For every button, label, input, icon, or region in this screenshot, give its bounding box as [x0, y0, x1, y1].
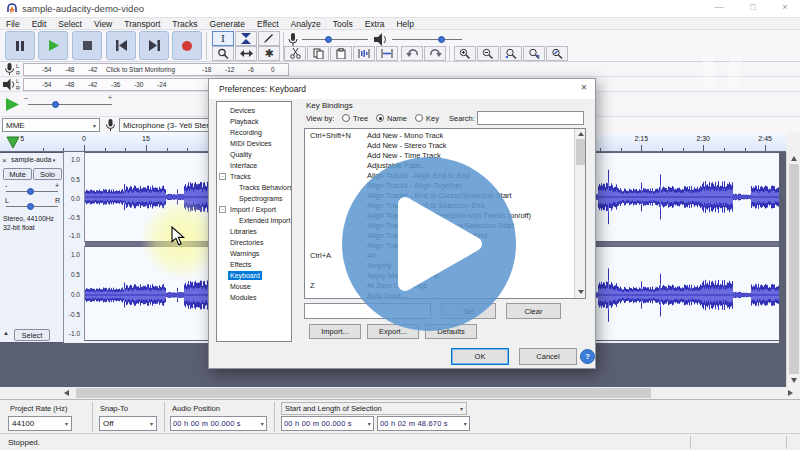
menu-tools[interactable]: Tools: [327, 19, 359, 29]
monitor-hint[interactable]: Click to Start Monitoring: [106, 66, 175, 73]
dialog-close-button[interactable]: ×: [581, 82, 587, 93]
list-scroll-thumb[interactable]: [576, 139, 585, 165]
fit-selection-button[interactable]: [500, 46, 522, 61]
record-button[interactable]: [172, 31, 202, 60]
pref-tree-item-midi-devices[interactable]: MIDI Devices: [228, 139, 274, 148]
track-close-button[interactable]: ×: [2, 156, 7, 165]
pref-tree-item-tracks[interactable]: Tracks: [228, 172, 253, 181]
play-speed-thumb[interactable]: [52, 101, 59, 108]
pause-button[interactable]: [5, 31, 35, 60]
play-at-speed-icon[interactable]: [5, 97, 20, 112]
pref-tree-item-quality[interactable]: Quality: [228, 150, 254, 159]
menu-tracks[interactable]: Tracks: [166, 19, 203, 29]
record-level-thumb[interactable]: [325, 36, 332, 43]
zoom-toggle-button[interactable]: [546, 46, 568, 61]
record-level-slider[interactable]: [302, 39, 368, 40]
pref-tree-item-extended-import[interactable]: Extended Import: [237, 216, 292, 225]
window-maximize-button[interactable]: □: [740, 2, 766, 12]
pref-tree-item-recording[interactable]: Recording: [228, 128, 264, 137]
gain-thumb[interactable]: [27, 188, 34, 195]
zoom-in-button[interactable]: [454, 46, 476, 61]
play-speed-slider[interactable]: [28, 104, 112, 105]
pref-tree-item-libraries[interactable]: Libraries: [228, 227, 259, 236]
playback-level-thumb[interactable]: [438, 36, 445, 43]
trim-audio-button[interactable]: [353, 46, 375, 61]
audio-host-dropdown[interactable]: MME▾: [2, 118, 100, 132]
multi-tool-button[interactable]: ✱: [258, 46, 280, 61]
video-play-overlay[interactable]: [341, 156, 517, 332]
menu-view[interactable]: View: [88, 19, 118, 29]
track-name-menu[interactable]: sample-auda ▾: [11, 156, 61, 163]
undo-button[interactable]: [401, 46, 423, 61]
list-scroll-up-icon[interactable]: [578, 132, 584, 136]
search-input[interactable]: [477, 111, 584, 125]
horizontal-scrollbar[interactable]: [0, 387, 800, 399]
selection-start-field[interactable]: 00 h 00 m 00.000 s▾: [281, 416, 374, 431]
window-close-button[interactable]: ×: [772, 2, 798, 12]
view-by-key-radio[interactable]: [415, 114, 423, 122]
scroll-left-icon[interactable]: [64, 390, 69, 396]
pref-tree-item-warnings[interactable]: Warnings: [228, 249, 261, 258]
pref-tree-item-import-export[interactable]: Import / Export: [228, 205, 278, 214]
view-by-key-label[interactable]: Key: [426, 114, 439, 123]
menu-file[interactable]: File: [0, 19, 26, 29]
horizontal-scroll-thumb[interactable]: [76, 388, 651, 398]
view-by-tree-radio[interactable]: [342, 114, 350, 122]
menu-help[interactable]: Help: [390, 19, 419, 29]
view-by-tree-label[interactable]: Tree: [353, 114, 368, 123]
paste-button[interactable]: [330, 46, 352, 61]
playback-level-slider[interactable]: [392, 39, 462, 40]
track-select-button[interactable]: Select: [14, 329, 50, 341]
cut-button[interactable]: [284, 46, 306, 61]
scroll-up-icon[interactable]: [791, 156, 797, 161]
project-rate-dropdown[interactable]: 44100▾: [8, 416, 72, 431]
view-by-name-label[interactable]: Name: [387, 114, 407, 123]
pref-tree-item-mouse[interactable]: Mouse: [228, 282, 253, 291]
menu-edit[interactable]: Edit: [26, 19, 53, 29]
solo-button[interactable]: Solo: [33, 168, 62, 180]
timeshift-tool-button[interactable]: [235, 46, 257, 61]
dialog-title-bar[interactable]: Preferences: Keyboard ×: [209, 79, 595, 99]
list-scroll-down-icon[interactable]: [578, 290, 584, 294]
vertical-scrollbar[interactable]: [786, 152, 800, 387]
list-scrollbar[interactable]: [574, 129, 585, 298]
copy-button[interactable]: [307, 46, 329, 61]
menu-generate[interactable]: Generate: [204, 19, 251, 29]
draw-tool-button[interactable]: [258, 31, 280, 46]
tree-expander-icon[interactable]: -: [219, 206, 226, 213]
vertical-scroll-thumb[interactable]: [789, 164, 799, 374]
collapse-track-button[interactable]: ▲: [3, 330, 9, 336]
pref-tree-item-keyboard[interactable]: Keyboard: [228, 271, 262, 280]
menu-analyze[interactable]: Analyze: [285, 19, 327, 29]
fit-project-button[interactable]: [523, 46, 545, 61]
snap-to-dropdown[interactable]: Off▾: [99, 416, 157, 431]
zoom-out-button[interactable]: [477, 46, 499, 61]
mute-button[interactable]: Mute: [3, 168, 32, 180]
pref-tree-item-effects[interactable]: Effects: [228, 260, 253, 269]
pref-tree-item-playback[interactable]: Playback: [228, 117, 260, 126]
pref-tree-item-modules[interactable]: Modules: [228, 293, 258, 302]
pref-tree-item-interface[interactable]: Interface: [228, 161, 259, 170]
selection-length-field[interactable]: 00 h 02 m 48.670 s▾: [377, 416, 470, 431]
scroll-right-icon[interactable]: [788, 390, 793, 396]
menu-extra[interactable]: Extra: [359, 19, 391, 29]
stop-button[interactable]: [72, 31, 102, 60]
menu-transport[interactable]: Transport: [118, 19, 166, 29]
cancel-button[interactable]: Cancel: [519, 348, 577, 365]
scroll-down-icon[interactable]: [791, 378, 797, 383]
ok-button[interactable]: OK: [451, 348, 509, 365]
zoom-tool-button[interactable]: [212, 46, 234, 61]
menu-select[interactable]: Select: [52, 19, 88, 29]
window-minimize-button[interactable]: —: [706, 2, 732, 12]
help-button[interactable]: ?: [580, 349, 595, 364]
pan-thumb[interactable]: [27, 203, 34, 210]
redo-button[interactable]: [424, 46, 446, 61]
pref-tree-item-tracks-behaviors[interactable]: Tracks Behaviors: [237, 183, 292, 192]
menu-effect[interactable]: Effect: [251, 19, 285, 29]
pref-tree-item-spectrograms[interactable]: Spectrograms: [237, 194, 285, 203]
play-button[interactable]: [38, 31, 68, 60]
skip-to-start-button[interactable]: [106, 31, 136, 60]
view-by-name-radio[interactable]: [376, 114, 384, 122]
selection-mode-dropdown[interactable]: Start and Length of Selection▾: [281, 402, 467, 415]
tree-expander-icon[interactable]: -: [219, 173, 226, 180]
